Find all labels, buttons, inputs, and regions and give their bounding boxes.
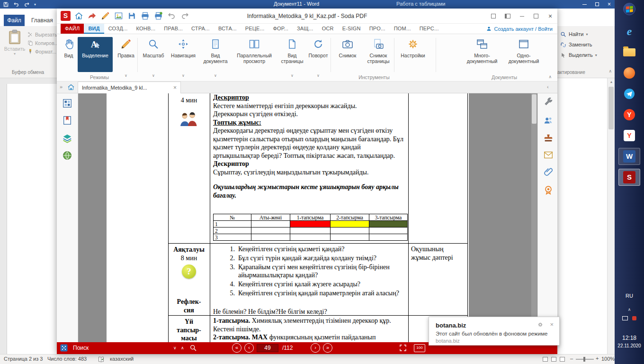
stamp-panel-icon[interactable] <box>543 133 554 143</box>
language-status[interactable]: казахский <box>110 356 134 362</box>
undo-icon[interactable] <box>167 11 177 21</box>
search-prev-icon[interactable]: ∨ <box>173 346 177 350</box>
replace-button[interactable]: Заменить <box>560 41 592 48</box>
tools-panel-icon[interactable] <box>543 97 554 108</box>
format-painter-button[interactable]: Формат... <box>27 48 56 55</box>
layers-panel-icon[interactable] <box>62 133 72 144</box>
thumbnails-panel-icon[interactable] <box>62 98 72 109</box>
select-button[interactable]: Выделить ▾ <box>560 51 597 59</box>
flag-icon[interactable] <box>632 316 636 320</box>
page-count-status[interactable]: Страница 2 из 3 <box>4 356 43 362</box>
soda-menu-tab-9[interactable]: ФОР... <box>268 24 293 34</box>
scrollbar-thumb[interactable] <box>608 87 614 129</box>
ribbon-button-doc-view[interactable]: Вид документа∨ <box>201 37 230 72</box>
tray-hidden-icons[interactable]: ∧ <box>615 304 644 313</box>
taskbar-ie-button[interactable]: e <box>618 23 640 40</box>
soda-menu-tab-12[interactable]: E-SIGN <box>338 24 365 34</box>
ribbon-button-navigate[interactable]: Навигация∨ <box>168 37 199 72</box>
save-icon[interactable] <box>127 11 137 21</box>
zoom-in-icon[interactable]: + <box>596 355 599 361</box>
soda-menu-tab-6[interactable]: СТРА... <box>187 24 214 34</box>
close-notification-icon[interactable]: × <box>550 321 554 328</box>
taskbar-yandex-button[interactable]: Y <box>618 106 640 123</box>
collaboration-panel-icon[interactable] <box>543 115 554 126</box>
collapse-ribbon-icon[interactable]: ∧ <box>608 69 612 73</box>
soda-menu-tab-11[interactable]: OCR <box>318 24 338 34</box>
home-icon[interactable] <box>74 11 84 21</box>
document-scrollbar[interactable] <box>531 93 537 342</box>
copy-button[interactable]: Копиров... <box>27 39 59 47</box>
network-icon[interactable] <box>622 316 628 320</box>
badge-panel-icon[interactable] <box>543 185 554 195</box>
previous-page-button[interactable]: ‹ <box>244 343 254 353</box>
dropdown-chevron-icon[interactable]: ∨ <box>201 73 230 78</box>
quick-access-dropdown-icon[interactable]: ▾ <box>34 2 36 7</box>
dropdown-chevron-icon[interactable]: ∨ <box>307 73 330 78</box>
minimize-icon[interactable] <box>582 4 587 5</box>
ribbon-button-page-view[interactable]: Вид страницы∨ <box>278 37 306 72</box>
soda-menu-tab-2[interactable]: ВИД <box>84 24 104 34</box>
taskbar-telegram-button[interactable] <box>618 85 640 102</box>
soda-menu-tab-5[interactable]: ПРАВ... <box>160 24 187 34</box>
web-layout-icon[interactable] <box>560 357 565 362</box>
taskbar-explorer-button[interactable] <box>618 44 640 61</box>
soda-menu-tab-15[interactable]: ПЕРС... <box>415 24 443 34</box>
ribbon-button-rotate[interactable]: Поворот∨ <box>307 37 330 72</box>
start-button[interactable] <box>615 1 644 17</box>
soda-menu-tab-8[interactable]: РЕЦЕ... <box>241 24 269 34</box>
undo-icon[interactable] <box>13 1 19 8</box>
zoom-100-button[interactable]: 100 <box>414 344 425 352</box>
find-button[interactable]: Найти ▾ <box>560 30 588 38</box>
word-tab-home[interactable]: Главная <box>27 15 57 26</box>
first-page-button[interactable]: « <box>232 343 242 353</box>
maximize-icon[interactable] <box>529 12 543 20</box>
close-icon[interactable]: × <box>543 13 557 19</box>
pan-grid-icon[interactable] <box>60 344 68 352</box>
attachments-icon[interactable] <box>543 167 554 177</box>
edit-pencil-icon[interactable] <box>100 11 110 21</box>
left-panel-toggle-icon[interactable]: » <box>60 84 63 90</box>
dropdown-chevron-icon[interactable]: ∨ <box>140 73 167 78</box>
soda-menu-tab-1[interactable]: ФАЙЛ <box>61 24 84 34</box>
zoom-out-icon[interactable]: – <box>570 355 573 361</box>
notification-popup[interactable]: botana.biz × Этот сайт был обновлён в фо… <box>429 317 560 346</box>
ribbon-button-multi-doc[interactable]: Много-документный <box>462 37 502 72</box>
fullscreen-icon[interactable] <box>399 344 407 352</box>
right-panel-toggle-icon[interactable]: ‹ <box>547 84 549 90</box>
ribbon-button-page-camera[interactable]: Снимок страницы <box>364 37 393 72</box>
soda-menu-tab-14[interactable]: ПОМ... <box>390 24 415 34</box>
close-tab-icon[interactable]: × <box>173 84 177 91</box>
print-icon[interactable] <box>140 11 150 21</box>
zoom-slider-thumb[interactable] <box>583 357 585 362</box>
word-tab-file[interactable]: Файл <box>4 15 25 26</box>
taskbar-yandex2-button[interactable]: Y <box>618 127 640 144</box>
share-arrow-icon[interactable] <box>87 11 97 21</box>
print-all-icon[interactable] <box>153 11 163 21</box>
word-scrollbar[interactable]: ▲ <box>607 78 615 354</box>
dropdown-chevron-icon[interactable]: ∨ <box>278 73 306 78</box>
maximize-icon[interactable] <box>595 2 599 6</box>
date[interactable]: 22.11.2020 <box>615 343 644 348</box>
word-count-status[interactable]: Число слов: 483 <box>47 356 87 362</box>
ribbon-button-pencil[interactable]: Правка∨ <box>115 37 137 72</box>
dock-window-icon[interactable] <box>486 12 501 20</box>
gear-icon[interactable] <box>537 322 543 328</box>
collapse-ribbon-icon[interactable]: ∧ <box>548 74 552 79</box>
document-tab[interactable]: Informatika_Metodika_9 kl... × <box>78 82 181 93</box>
zoom-percent[interactable]: 100% <box>601 356 615 362</box>
taskbar-word-button[interactable]: W <box>618 148 640 165</box>
search-icon[interactable] <box>189 344 197 352</box>
clock[interactable]: 12:18 <box>615 335 644 341</box>
minimize-icon[interactable] <box>515 12 529 20</box>
proofing-icon[interactable] <box>98 356 105 363</box>
ribbon-button-zoom[interactable]: Масштаб∨ <box>140 37 167 72</box>
last-page-button[interactable]: » <box>323 343 332 353</box>
ribbon-button-select-text[interactable]: AВыделение <box>78 37 113 72</box>
next-page-button[interactable]: › <box>311 343 320 353</box>
scrollbar-thumb[interactable] <box>532 94 537 124</box>
save-icon[interactable] <box>3 1 9 8</box>
close-icon[interactable]: × <box>608 1 611 7</box>
create-account-link[interactable]: Создать аккаунт / Войти <box>486 26 553 32</box>
soda-menu-tab-10[interactable]: ЗАЩ... <box>293 24 318 34</box>
taskbar-media-button[interactable] <box>618 64 640 82</box>
